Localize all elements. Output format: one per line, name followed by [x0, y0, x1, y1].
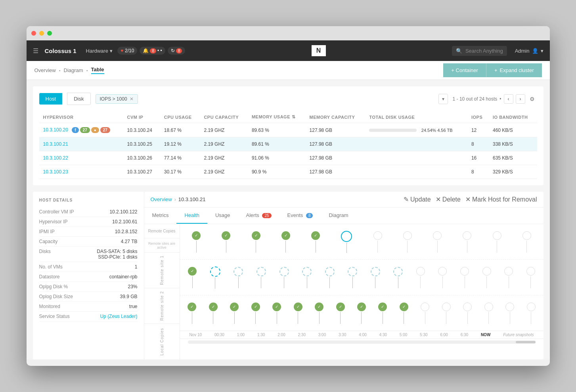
filter-bar: IOPS > 1000 ✕ ▾ — [96, 94, 448, 104]
snapshot-dot-green: ✓ — [222, 231, 230, 240]
admin-menu[interactable]: Admin 👤 ▾ — [515, 48, 543, 54]
time-label: 3:30 — [339, 333, 346, 337]
hardware-label: Hardware — [86, 48, 108, 54]
header-action-buttons: + Container + Expand cluster — [443, 63, 542, 77]
detail-nav-bar: Overview › 10.3.100.21 ✎ Update ✕ Delete — [144, 192, 543, 207]
tab-usage[interactable]: Usage — [207, 207, 238, 224]
tab-metrics[interactable]: Metrics — [144, 207, 177, 224]
host-tab-button[interactable]: Host — [39, 93, 63, 105]
snapshot-stem — [398, 277, 398, 288]
table-row[interactable]: 10.3.100.22 10.3.100.26 77.14 % 2.19 GHZ… — [39, 151, 537, 165]
filter-dropdown[interactable]: ▾ — [438, 94, 448, 104]
time-label: 2:00 — [277, 333, 285, 337]
scrollbar-thumb[interactable] — [516, 341, 536, 343]
snapshot-dot-active — [341, 231, 352, 242]
snapshot-cell — [403, 231, 412, 253]
table-row[interactable]: 10.3.100.23 10.3.100.27 30.17 % 2.19 GHZ… — [39, 165, 537, 179]
delete-button[interactable]: ✕ Delete — [436, 196, 461, 203]
col-hypervisor: HYPERVISOR — [39, 111, 123, 123]
health-badge[interactable]: ♥ 2/10 — [117, 47, 137, 55]
snapshot-cell — [348, 267, 357, 288]
chart-scrollbar[interactable] — [188, 341, 536, 344]
cell-disk-usage — [365, 137, 467, 151]
add-container-button[interactable]: + Container — [443, 63, 486, 77]
col-iops: IOPS — [467, 111, 489, 123]
snapshot-cell: ✓ — [400, 303, 408, 324]
x-axis-labels: Nov 10 00:30 1:00 1:30 2:00 2:30 3:00 3:… — [180, 331, 543, 339]
cell-cvm-ip: 10.3.100.24 — [123, 123, 160, 137]
snapshot-cell: ✓ — [230, 303, 239, 324]
cell-io-bandwidth: 338 KB/S — [489, 137, 537, 151]
close-dot[interactable] — [31, 31, 36, 36]
breadcrumb-overview[interactable]: Overview — [34, 67, 56, 73]
snapshot-stem — [375, 277, 375, 288]
table-row[interactable]: 10.3.100.20 f 27 ● 27 10.3.100.24 18.67 … — [39, 123, 537, 137]
alerts-badge[interactable]: 🔔 8 • • — [140, 47, 165, 55]
snapshot-stem — [465, 276, 465, 288]
col-cpu-capacity: CPU CAPACITY — [200, 111, 248, 123]
remote-site-1-row: ✓ ✓ ✓ — [180, 224, 543, 260]
pagination-prev[interactable]: ‹ — [504, 94, 513, 104]
x-icon: ✕ — [436, 196, 441, 203]
snapshot-cell: ✓ — [315, 303, 323, 324]
table-section: Host Disk IOPS > 1000 ✕ ▾ 1 - 10 out of … — [33, 86, 543, 185]
update-button[interactable]: ✎ Update — [404, 196, 431, 203]
mark-removal-button[interactable]: ✕ Mark Host for Removal — [465, 196, 537, 203]
update-label: Update — [410, 196, 431, 203]
tab-alerts[interactable]: Alerts 25 — [238, 207, 279, 224]
snapshot-dot-future — [373, 231, 382, 240]
menu-icon[interactable]: ☰ — [33, 47, 38, 55]
cell-memory-usage: 90.9 % — [248, 165, 306, 179]
cell-cpu-capacity: 2.19 GHZ — [200, 151, 248, 165]
snapshot-dot-future — [438, 267, 447, 276]
time-label: 1:30 — [257, 333, 265, 337]
snapshot-cell: ✓ — [272, 303, 281, 324]
breadcrumb-diagram[interactable]: Diagram — [64, 67, 83, 73]
detail-row-controller-vm-ip: Controller VM IP 10.2.100.122 — [39, 207, 138, 217]
search-bar[interactable]: 🔍 Search Anything — [452, 46, 507, 56]
disk-tab-button[interactable]: Disk — [67, 93, 90, 105]
detail-row-vms: No. of VMs 1 — [39, 262, 138, 272]
snapshot-cell: ✓ — [281, 231, 290, 253]
snapshot-dot-future — [463, 231, 471, 240]
service-status-link[interactable]: Up (Zeus Leader) — [100, 314, 137, 319]
delete-label: Delete — [442, 196, 461, 203]
filter-remove-icon[interactable]: ✕ — [130, 96, 134, 102]
cell-io-bandwidth: 329 KB/S — [489, 165, 537, 179]
tab-health[interactable]: Health — [176, 207, 207, 224]
main-window: ☰ Colossus 1 Hardware ▾ ♥ 2/10 🔔 8 • • ↻… — [27, 26, 550, 366]
filter-tag-iops: IOPS > 1000 ✕ — [96, 94, 138, 104]
snapshot-stem — [256, 241, 256, 253]
maximize-dot[interactable] — [47, 31, 52, 36]
snapshot-stem — [407, 241, 408, 253]
cell-cvm-ip: 10.3.100.27 — [123, 165, 160, 179]
snapshot-dot-blue-dash — [210, 266, 220, 277]
breadcrumb-table[interactable]: Table — [91, 67, 104, 74]
snapshot-cell: ✓ — [311, 231, 320, 253]
app-logo: N — [190, 45, 447, 56]
minimize-dot[interactable] — [39, 31, 44, 36]
hardware-dropdown[interactable]: Hardware ▾ — [86, 48, 113, 54]
cell-hypervisor: 10.3.100.22 — [39, 151, 123, 165]
detail-row-oplog-size: Oplog Disk Size 39.9 GB — [39, 292, 138, 302]
snapshot-dot-blue-dash — [371, 267, 380, 276]
tab-events[interactable]: Events 8 — [279, 207, 321, 224]
remote-sites-active-label: Remote sites are active — [144, 238, 180, 253]
cell-iops: 16 — [467, 151, 489, 165]
detail-overview-link[interactable]: Overview — [151, 196, 172, 202]
detail-actions: ✎ Update ✕ Delete ✕ Mark Host for Remova… — [404, 196, 537, 203]
filter-input[interactable] — [141, 96, 435, 102]
tasks-badge[interactable]: ↻ 8 — [168, 47, 186, 55]
nav-status: ♥ 2/10 🔔 8 • • ↻ 8 — [117, 47, 185, 55]
alert-dots: • • — [157, 48, 162, 53]
table-row[interactable]: 10.3.100.21 10.3.100.25 19.12 % 2.19 GHZ… — [39, 137, 537, 151]
tab-diagram[interactable]: Diagram — [321, 207, 356, 224]
table-controls: Host Disk IOPS > 1000 ✕ ▾ 1 - 10 out of … — [39, 93, 537, 105]
snapshot-cell — [233, 267, 243, 288]
user-icon: 👤 — [532, 48, 538, 54]
pagination-next[interactable]: › — [516, 94, 525, 104]
snapshot-cell — [302, 267, 312, 288]
settings-icon[interactable]: ⚙ — [528, 94, 537, 104]
expand-cluster-button[interactable]: + Expand cluster — [486, 63, 542, 77]
tasks-count: 8 — [176, 48, 182, 53]
